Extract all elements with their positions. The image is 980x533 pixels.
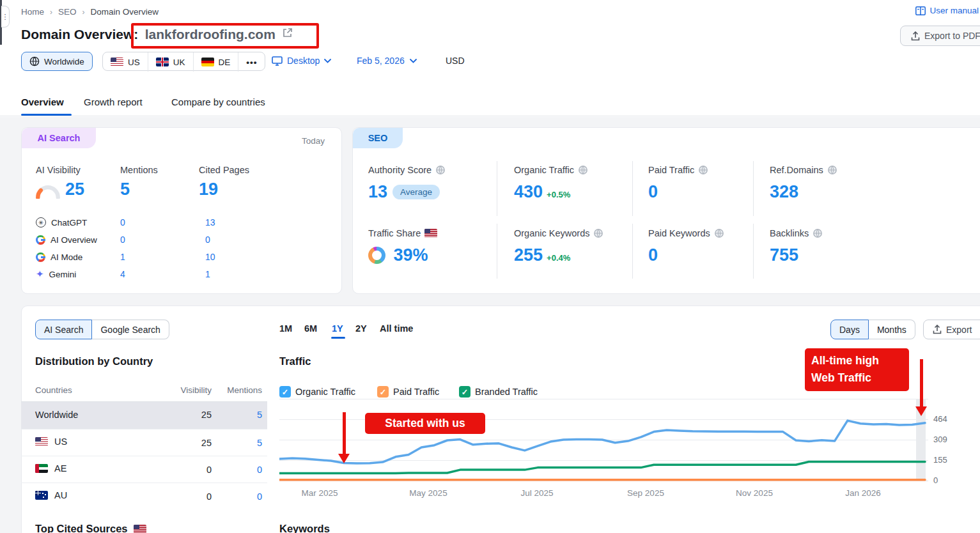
x-tick: Jan 2026 <box>845 488 881 498</box>
worldwide-visibility: 25 <box>178 410 212 420</box>
table-row-au[interactable]: AU <box>35 490 67 500</box>
us-flag-icon <box>134 525 146 533</box>
gemini-mentions[interactable]: 4 <box>120 269 125 279</box>
ai-overview-cited[interactable]: 0 <box>205 235 210 245</box>
toggle-ai-search[interactable]: AI Search <box>35 320 92 339</box>
google-icon <box>36 235 45 245</box>
location-chip-de[interactable]: DE <box>194 52 239 72</box>
toggle-days[interactable]: Days <box>830 320 869 339</box>
platform-row-ai-mode[interactable]: AI Mode <box>36 249 82 265</box>
traffic-chart[interactable] <box>279 394 928 486</box>
backlinks-value: 755 <box>770 245 798 265</box>
info-globe-icon[interactable] <box>578 165 588 175</box>
info-globe-icon[interactable] <box>813 228 823 238</box>
gemini-cited[interactable]: 1 <box>205 269 210 279</box>
table-row-ae[interactable]: AE <box>35 463 66 474</box>
info-globe-icon[interactable] <box>435 165 446 175</box>
platform-row-chatgpt[interactable]: ✳ ChatGPT <box>36 214 87 231</box>
worldwide-mentions[interactable]: 5 <box>225 410 262 420</box>
range-1y[interactable]: 1Y <box>332 323 343 334</box>
gemini-icon: ✦ <box>36 268 44 280</box>
y-tick: 464 <box>933 414 947 424</box>
ai-overview-mentions[interactable]: 0 <box>120 235 125 245</box>
chevron-down-icon <box>410 59 417 63</box>
x-tick: Mar 2025 <box>301 488 338 498</box>
x-tick: Nov 2025 <box>736 488 773 498</box>
location-chip-worldwide[interactable]: Worldwide <box>21 52 93 71</box>
alltime-line2: Web Traffic <box>811 369 903 387</box>
col-countries[interactable]: Countries <box>35 385 72 395</box>
info-globe-icon[interactable] <box>698 165 708 175</box>
tab-overview[interactable]: Overview <box>21 97 64 107</box>
paid-traffic-label: Paid Traffic <box>648 165 708 175</box>
col-visibility[interactable]: Visibility <box>178 385 212 395</box>
y-tick: 309 <box>933 435 947 444</box>
device-selector[interactable]: Desktop <box>272 56 331 66</box>
chatgpt-mentions[interactable]: 0 <box>120 217 125 228</box>
us-flag-icon <box>424 229 437 238</box>
location-chip-uk[interactable]: UK <box>148 52 194 72</box>
toggle-months[interactable]: Months <box>869 320 915 339</box>
authority-score-value: 13Average <box>368 182 440 202</box>
export-button[interactable]: Export <box>923 320 980 339</box>
started-arrow <box>343 412 346 454</box>
organic-keywords-value: 255+0.4% <box>514 245 570 265</box>
platform-row-gemini[interactable]: ✦ Gemini <box>36 266 76 282</box>
date-label: Feb 5, 2026 <box>357 56 405 66</box>
active-range-indicator <box>331 337 345 339</box>
x-tick: Sep 2025 <box>627 488 664 498</box>
authority-score-label: Authority Score <box>368 165 446 175</box>
tab-growth-report[interactable]: Growth report <box>84 97 143 107</box>
date-selector[interactable]: Feb 5, 2026 <box>357 56 417 66</box>
search-type-toggle: AI Search Google Search <box>35 320 169 339</box>
country-chip-group: US UK DE ••• <box>102 52 265 71</box>
sidebar-expand-handle[interactable]: ⋮ <box>1 6 10 27</box>
table-row-worldwide[interactable]: Worldwide <box>35 410 78 420</box>
ai-mode-mentions[interactable]: 1 <box>120 252 125 262</box>
tab-compare-countries[interactable]: Compare by countries <box>171 97 265 107</box>
us-label: US <box>128 58 140 67</box>
ref-domains-value: 328 <box>770 182 798 202</box>
tabs-divider <box>0 116 980 116</box>
platform-row-ai-overview[interactable]: AI Overview <box>36 231 97 248</box>
platform-name: Gemini <box>49 270 77 279</box>
paid-traffic-value: 0 <box>648 182 658 202</box>
breadcrumb: Home › SEO › Domain Overview <box>21 7 159 17</box>
granularity-toggle: Days Months <box>830 320 915 339</box>
currency-selector[interactable]: USD <box>446 56 465 66</box>
alltime-arrow <box>920 359 923 407</box>
cited-pages-label: Cited Pages <box>199 165 249 175</box>
info-globe-icon[interactable] <box>827 165 837 175</box>
chatgpt-cited[interactable]: 13 <box>205 217 215 228</box>
keywords-title: Keywords <box>279 523 330 533</box>
de-flag-icon <box>201 58 214 66</box>
export-pdf-button[interactable]: Export to PDF <box>900 26 980 46</box>
de-label: DE <box>219 58 231 67</box>
alltime-arrow-head <box>915 406 927 416</box>
breadcrumb-home[interactable]: Home <box>21 7 44 17</box>
table-row-us[interactable]: US <box>35 436 67 447</box>
location-chip-us[interactable]: US <box>103 52 148 72</box>
ae-mentions[interactable]: 0 <box>225 465 262 475</box>
range-all-time[interactable]: All time <box>380 323 413 334</box>
info-globe-icon[interactable] <box>714 228 724 238</box>
ai-search-card-tag: AI Search <box>22 128 96 148</box>
range-2y[interactable]: 2Y <box>355 323 367 334</box>
col-mentions[interactable]: Mentions <box>225 385 262 395</box>
toggle-google-search[interactable]: Google Search <box>92 320 169 339</box>
au-mentions[interactable]: 0 <box>225 491 262 502</box>
desktop-icon <box>272 56 283 66</box>
traffic-share-label: Traffic Share <box>368 228 437 238</box>
ref-domains-label: Ref.Domains <box>770 165 837 175</box>
user-manual-link[interactable]: User manual <box>915 6 980 15</box>
chevron-right-icon: › <box>82 8 85 17</box>
more-locations-button[interactable]: ••• <box>238 52 265 72</box>
chatgpt-icon: ✳ <box>36 217 46 228</box>
us-mentions[interactable]: 5 <box>225 438 262 448</box>
ai-mode-cited[interactable]: 10 <box>205 252 215 262</box>
breadcrumb-seo[interactable]: SEO <box>58 7 77 17</box>
range-6m[interactable]: 6M <box>304 323 317 334</box>
info-globe-icon[interactable] <box>593 228 603 238</box>
range-1m[interactable]: 1M <box>279 323 292 334</box>
platform-name: ChatGPT <box>51 218 87 228</box>
